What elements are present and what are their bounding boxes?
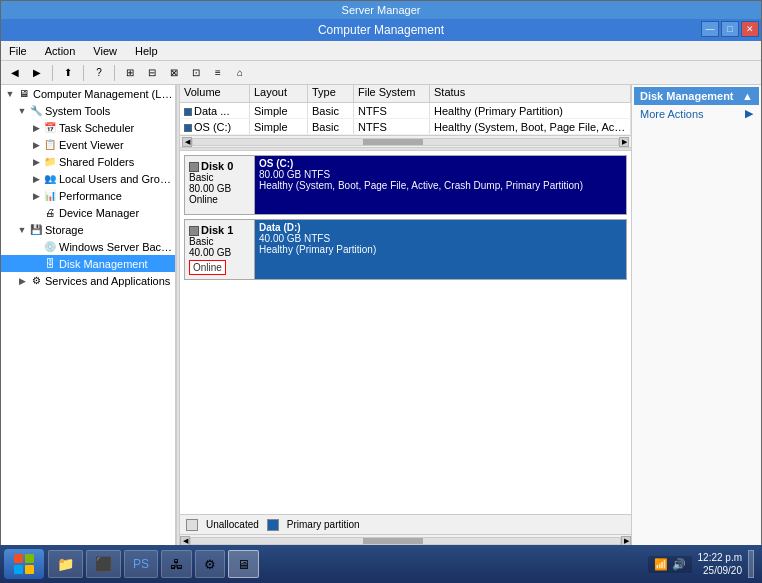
toolbar-btn-6[interactable]: ⊠ xyxy=(164,63,184,83)
tree-windows-backup[interactable]: 💿 Windows Server Backup xyxy=(1,238,175,255)
disk-0-status: Online xyxy=(189,194,250,205)
tree-local-users[interactable]: ▶ 👥 Local Users and Groups xyxy=(1,170,175,187)
toolbar-btn-4[interactable]: ⊞ xyxy=(120,63,140,83)
tree-device-manager-label: Device Manager xyxy=(59,207,139,219)
tree-storage[interactable]: ▼ 💾 Storage xyxy=(1,221,175,238)
toolbar-btn-8[interactable]: ≡ xyxy=(208,63,228,83)
local-users-expander[interactable]: ▶ xyxy=(29,172,43,186)
event-viewer-expander[interactable]: ▶ xyxy=(29,138,43,152)
shared-folders-expander[interactable]: ▶ xyxy=(29,155,43,169)
toolbar-btn-5[interactable]: ⊟ xyxy=(142,63,162,83)
col-filesystem[interactable]: File System xyxy=(354,85,430,102)
main-window-title: Computer Management xyxy=(318,23,444,37)
disk-1-info: Disk 1 Basic 40.00 GB Online xyxy=(185,220,255,279)
root-expander[interactable]: ▼ xyxy=(3,87,17,101)
table-body: Data ... Simple Basic NTFS Healthy (Prim… xyxy=(180,103,631,135)
toolbar-separator-2 xyxy=(83,65,84,81)
col-type[interactable]: Type xyxy=(308,85,354,102)
col-volume[interactable]: Volume xyxy=(180,85,250,102)
table-row[interactable]: OS (C:) Simple Basic NTFS Healthy (Syste… xyxy=(180,119,631,135)
disk-0-partition[interactable]: OS (C:) 80.00 GB NTFS Healthy (System, B… xyxy=(255,156,626,214)
menu-bar: File Action View Help xyxy=(1,41,761,61)
device-manager-expander xyxy=(29,206,43,220)
toolbar-btn-9[interactable]: ⌂ xyxy=(230,63,250,83)
clock-date: 25/09/20 xyxy=(698,564,742,577)
tools-icon: 🔧 xyxy=(29,104,43,118)
scroll-thumb[interactable] xyxy=(363,139,423,145)
task-scheduler-expander[interactable]: ▶ xyxy=(29,121,43,135)
table-horizontal-scrollbar[interactable]: ◀ ▶ xyxy=(180,135,631,147)
clock[interactable]: 12:22 p.m 25/09/20 xyxy=(698,551,742,577)
start-icon-blue xyxy=(14,565,23,574)
taskbar-control-panel[interactable]: ⚙ xyxy=(195,550,225,578)
cell-layout-1: Simple xyxy=(250,103,308,118)
back-button[interactable]: ◀ xyxy=(5,63,25,83)
disk-1-online-badge: Online xyxy=(189,260,226,275)
scroll-left-arrow[interactable]: ◀ xyxy=(182,137,192,147)
col-layout[interactable]: Layout xyxy=(250,85,308,102)
disk-0-partition-size: 80.00 GB NTFS xyxy=(259,169,622,180)
unallocated-swatch xyxy=(186,519,198,531)
menu-file[interactable]: File xyxy=(5,44,31,58)
taskbar-explorer[interactable]: 📁 xyxy=(48,550,83,578)
services-icon: ⚙ xyxy=(29,274,43,288)
tree-shared-folders[interactable]: ▶ 📁 Shared Folders xyxy=(1,153,175,170)
menu-help[interactable]: Help xyxy=(131,44,162,58)
tree-root[interactable]: ▼ 🖥 Computer Management (Local xyxy=(1,85,175,102)
server-manager-bar: Server Manager xyxy=(1,1,761,19)
actions-title: Disk Management ▲ xyxy=(634,87,759,105)
maximize-button[interactable]: □ xyxy=(721,21,739,37)
tree-performance-label: Performance xyxy=(59,190,122,202)
bottom-scroll-thumb[interactable] xyxy=(363,538,423,544)
tree-disk-management[interactable]: 🗄 Disk Management xyxy=(1,255,175,272)
backup-icon: 💿 xyxy=(43,240,57,254)
forward-button[interactable]: ▶ xyxy=(27,63,47,83)
taskbar-server-manager[interactable]: 🖧 xyxy=(161,550,192,578)
scroll-track[interactable] xyxy=(192,138,619,146)
tree-panel: ▼ 🖥 Computer Management (Local ▼ 🔧 Syste… xyxy=(1,85,176,546)
bottom-scroll-right[interactable]: ▶ xyxy=(621,536,631,546)
toolbar-btn-7[interactable]: ⊡ xyxy=(186,63,206,83)
taskbar-comp-mgmt-active[interactable]: 🖥 xyxy=(228,550,259,578)
start-button[interactable] xyxy=(4,549,44,579)
menu-view[interactable]: View xyxy=(89,44,121,58)
scroll-right-arrow[interactable]: ▶ xyxy=(619,137,629,147)
cell-fs-1: NTFS xyxy=(354,103,430,118)
tree-device-manager[interactable]: 🖨 Device Manager xyxy=(1,204,175,221)
tree-services-apps[interactable]: ▶ ⚙ Services and Applications xyxy=(1,272,175,289)
storage-expander[interactable]: ▼ xyxy=(15,223,29,237)
tree-task-scheduler-label: Task Scheduler xyxy=(59,122,134,134)
tree-performance[interactable]: ▶ 📊 Performance xyxy=(1,187,175,204)
tree-event-viewer[interactable]: ▶ 📋 Event Viewer xyxy=(1,136,175,153)
backup-expander xyxy=(29,240,43,254)
more-actions-item[interactable]: More Actions ▶ xyxy=(634,105,759,122)
help-toolbar-button[interactable]: ? xyxy=(89,63,109,83)
system-tools-expander[interactable]: ▼ xyxy=(15,104,29,118)
table-row[interactable]: Data ... Simple Basic NTFS Healthy (Prim… xyxy=(180,103,631,119)
bottom-scroll-track[interactable] xyxy=(190,537,621,545)
bottom-scroll-left[interactable]: ◀ xyxy=(180,536,190,546)
toolbar: ◀ ▶ ⬆ ? ⊞ ⊟ ⊠ ⊡ ≡ ⌂ xyxy=(1,61,761,85)
tree-backup-label: Windows Server Backup xyxy=(59,241,173,253)
actions-title-label: Disk Management xyxy=(640,90,734,102)
computer-management-window: Server Manager Computer Management — □ ✕… xyxy=(0,0,762,545)
menu-action[interactable]: Action xyxy=(41,44,80,58)
tree-local-users-label: Local Users and Groups xyxy=(59,173,173,185)
network-icon: 📶 xyxy=(654,558,668,571)
tree-shared-folders-label: Shared Folders xyxy=(59,156,134,168)
performance-expander[interactable]: ▶ xyxy=(29,189,43,203)
actions-panel: Disk Management ▲ More Actions ▶ xyxy=(631,85,761,546)
services-expander[interactable]: ▶ xyxy=(15,274,29,288)
taskbar-cmd[interactable]: ⬛ xyxy=(86,550,121,578)
show-desktop-button[interactable] xyxy=(748,550,754,578)
close-button[interactable]: ✕ xyxy=(741,21,759,37)
col-status[interactable]: Status xyxy=(430,85,631,102)
disk-1-partition[interactable]: Data (D:) 40.00 GB NTFS Healthy (Primary… xyxy=(255,220,626,279)
actions-expand-icon[interactable]: ▲ xyxy=(742,90,753,102)
up-button[interactable]: ⬆ xyxy=(58,63,78,83)
tree-task-scheduler[interactable]: ▶ 📅 Task Scheduler xyxy=(1,119,175,136)
taskbar-powershell[interactable]: PS xyxy=(124,550,158,578)
cell-type-2: Basic xyxy=(308,119,354,134)
tree-system-tools[interactable]: ▼ 🔧 System Tools xyxy=(1,102,175,119)
minimize-button[interactable]: — xyxy=(701,21,719,37)
